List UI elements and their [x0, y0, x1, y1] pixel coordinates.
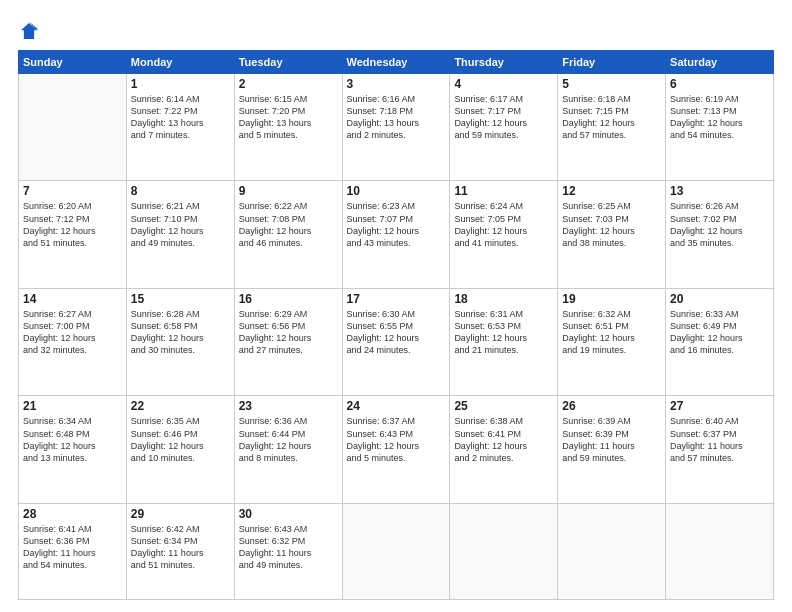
- day-info: Sunrise: 6:32 AM Sunset: 6:51 PM Dayligh…: [562, 308, 661, 357]
- weekday-header-saturday: Saturday: [666, 51, 774, 74]
- calendar-week-row: 7Sunrise: 6:20 AM Sunset: 7:12 PM Daylig…: [19, 181, 774, 288]
- day-number: 9: [239, 184, 338, 198]
- day-info: Sunrise: 6:42 AM Sunset: 6:34 PM Dayligh…: [131, 523, 230, 572]
- calendar-cell: 19Sunrise: 6:32 AM Sunset: 6:51 PM Dayli…: [558, 288, 666, 395]
- day-number: 26: [562, 399, 661, 413]
- day-info: Sunrise: 6:25 AM Sunset: 7:03 PM Dayligh…: [562, 200, 661, 249]
- weekday-header-wednesday: Wednesday: [342, 51, 450, 74]
- calendar-cell: 17Sunrise: 6:30 AM Sunset: 6:55 PM Dayli…: [342, 288, 450, 395]
- logo-icon: [18, 20, 40, 42]
- day-number: 10: [347, 184, 446, 198]
- calendar-cell: 4Sunrise: 6:17 AM Sunset: 7:17 PM Daylig…: [450, 74, 558, 181]
- weekday-header-row: SundayMondayTuesdayWednesdayThursdayFrid…: [19, 51, 774, 74]
- calendar-cell: [450, 503, 558, 599]
- calendar-week-row: 28Sunrise: 6:41 AM Sunset: 6:36 PM Dayli…: [19, 503, 774, 599]
- day-info: Sunrise: 6:21 AM Sunset: 7:10 PM Dayligh…: [131, 200, 230, 249]
- calendar-cell: 1Sunrise: 6:14 AM Sunset: 7:22 PM Daylig…: [126, 74, 234, 181]
- svg-marker-0: [21, 23, 37, 39]
- day-info: Sunrise: 6:16 AM Sunset: 7:18 PM Dayligh…: [347, 93, 446, 142]
- calendar-cell: 8Sunrise: 6:21 AM Sunset: 7:10 PM Daylig…: [126, 181, 234, 288]
- calendar-cell: 20Sunrise: 6:33 AM Sunset: 6:49 PM Dayli…: [666, 288, 774, 395]
- day-number: 14: [23, 292, 122, 306]
- day-number: 11: [454, 184, 553, 198]
- header: [18, 18, 774, 42]
- day-number: 15: [131, 292, 230, 306]
- calendar-cell: 14Sunrise: 6:27 AM Sunset: 7:00 PM Dayli…: [19, 288, 127, 395]
- weekday-header-friday: Friday: [558, 51, 666, 74]
- calendar-cell: 26Sunrise: 6:39 AM Sunset: 6:39 PM Dayli…: [558, 396, 666, 503]
- calendar-cell: 16Sunrise: 6:29 AM Sunset: 6:56 PM Dayli…: [234, 288, 342, 395]
- day-info: Sunrise: 6:40 AM Sunset: 6:37 PM Dayligh…: [670, 415, 769, 464]
- calendar-cell: 10Sunrise: 6:23 AM Sunset: 7:07 PM Dayli…: [342, 181, 450, 288]
- calendar-cell: 25Sunrise: 6:38 AM Sunset: 6:41 PM Dayli…: [450, 396, 558, 503]
- calendar-cell: 27Sunrise: 6:40 AM Sunset: 6:37 PM Dayli…: [666, 396, 774, 503]
- day-number: 25: [454, 399, 553, 413]
- calendar-cell: [558, 503, 666, 599]
- calendar-cell: 29Sunrise: 6:42 AM Sunset: 6:34 PM Dayli…: [126, 503, 234, 599]
- day-number: 4: [454, 77, 553, 91]
- day-number: 6: [670, 77, 769, 91]
- weekday-header-sunday: Sunday: [19, 51, 127, 74]
- calendar-cell: [342, 503, 450, 599]
- day-number: 17: [347, 292, 446, 306]
- day-info: Sunrise: 6:15 AM Sunset: 7:20 PM Dayligh…: [239, 93, 338, 142]
- day-info: Sunrise: 6:35 AM Sunset: 6:46 PM Dayligh…: [131, 415, 230, 464]
- day-number: 23: [239, 399, 338, 413]
- day-number: 21: [23, 399, 122, 413]
- calendar-week-row: 21Sunrise: 6:34 AM Sunset: 6:48 PM Dayli…: [19, 396, 774, 503]
- calendar-cell: 15Sunrise: 6:28 AM Sunset: 6:58 PM Dayli…: [126, 288, 234, 395]
- day-number: 20: [670, 292, 769, 306]
- day-info: Sunrise: 6:23 AM Sunset: 7:07 PM Dayligh…: [347, 200, 446, 249]
- calendar-cell: 30Sunrise: 6:43 AM Sunset: 6:32 PM Dayli…: [234, 503, 342, 599]
- day-info: Sunrise: 6:26 AM Sunset: 7:02 PM Dayligh…: [670, 200, 769, 249]
- day-number: 3: [347, 77, 446, 91]
- calendar-cell: 9Sunrise: 6:22 AM Sunset: 7:08 PM Daylig…: [234, 181, 342, 288]
- calendar-cell: 13Sunrise: 6:26 AM Sunset: 7:02 PM Dayli…: [666, 181, 774, 288]
- day-info: Sunrise: 6:30 AM Sunset: 6:55 PM Dayligh…: [347, 308, 446, 357]
- weekday-header-tuesday: Tuesday: [234, 51, 342, 74]
- day-number: 5: [562, 77, 661, 91]
- calendar-cell: 6Sunrise: 6:19 AM Sunset: 7:13 PM Daylig…: [666, 74, 774, 181]
- calendar-cell: [666, 503, 774, 599]
- day-number: 16: [239, 292, 338, 306]
- day-number: 19: [562, 292, 661, 306]
- day-info: Sunrise: 6:38 AM Sunset: 6:41 PM Dayligh…: [454, 415, 553, 464]
- day-number: 12: [562, 184, 661, 198]
- calendar-cell: 11Sunrise: 6:24 AM Sunset: 7:05 PM Dayli…: [450, 181, 558, 288]
- day-info: Sunrise: 6:33 AM Sunset: 6:49 PM Dayligh…: [670, 308, 769, 357]
- calendar-cell: 18Sunrise: 6:31 AM Sunset: 6:53 PM Dayli…: [450, 288, 558, 395]
- day-info: Sunrise: 6:39 AM Sunset: 6:39 PM Dayligh…: [562, 415, 661, 464]
- day-number: 29: [131, 507, 230, 521]
- calendar-cell: 24Sunrise: 6:37 AM Sunset: 6:43 PM Dayli…: [342, 396, 450, 503]
- day-number: 13: [670, 184, 769, 198]
- day-number: 1: [131, 77, 230, 91]
- day-number: 24: [347, 399, 446, 413]
- day-number: 18: [454, 292, 553, 306]
- day-info: Sunrise: 6:14 AM Sunset: 7:22 PM Dayligh…: [131, 93, 230, 142]
- calendar-cell: 5Sunrise: 6:18 AM Sunset: 7:15 PM Daylig…: [558, 74, 666, 181]
- calendar-cell: 3Sunrise: 6:16 AM Sunset: 7:18 PM Daylig…: [342, 74, 450, 181]
- day-info: Sunrise: 6:29 AM Sunset: 6:56 PM Dayligh…: [239, 308, 338, 357]
- day-info: Sunrise: 6:20 AM Sunset: 7:12 PM Dayligh…: [23, 200, 122, 249]
- day-info: Sunrise: 6:18 AM Sunset: 7:15 PM Dayligh…: [562, 93, 661, 142]
- calendar-cell: 2Sunrise: 6:15 AM Sunset: 7:20 PM Daylig…: [234, 74, 342, 181]
- day-info: Sunrise: 6:31 AM Sunset: 6:53 PM Dayligh…: [454, 308, 553, 357]
- day-info: Sunrise: 6:37 AM Sunset: 6:43 PM Dayligh…: [347, 415, 446, 464]
- day-info: Sunrise: 6:19 AM Sunset: 7:13 PM Dayligh…: [670, 93, 769, 142]
- calendar-cell: [19, 74, 127, 181]
- day-info: Sunrise: 6:27 AM Sunset: 7:00 PM Dayligh…: [23, 308, 122, 357]
- day-info: Sunrise: 6:17 AM Sunset: 7:17 PM Dayligh…: [454, 93, 553, 142]
- calendar-week-row: 14Sunrise: 6:27 AM Sunset: 7:00 PM Dayli…: [19, 288, 774, 395]
- day-info: Sunrise: 6:36 AM Sunset: 6:44 PM Dayligh…: [239, 415, 338, 464]
- day-info: Sunrise: 6:34 AM Sunset: 6:48 PM Dayligh…: [23, 415, 122, 464]
- calendar-table: SundayMondayTuesdayWednesdayThursdayFrid…: [18, 50, 774, 600]
- day-number: 2: [239, 77, 338, 91]
- day-number: 27: [670, 399, 769, 413]
- day-number: 28: [23, 507, 122, 521]
- calendar-cell: 23Sunrise: 6:36 AM Sunset: 6:44 PM Dayli…: [234, 396, 342, 503]
- calendar-page: SundayMondayTuesdayWednesdayThursdayFrid…: [0, 0, 792, 612]
- day-number: 30: [239, 507, 338, 521]
- day-number: 8: [131, 184, 230, 198]
- calendar-week-row: 1Sunrise: 6:14 AM Sunset: 7:22 PM Daylig…: [19, 74, 774, 181]
- calendar-cell: 21Sunrise: 6:34 AM Sunset: 6:48 PM Dayli…: [19, 396, 127, 503]
